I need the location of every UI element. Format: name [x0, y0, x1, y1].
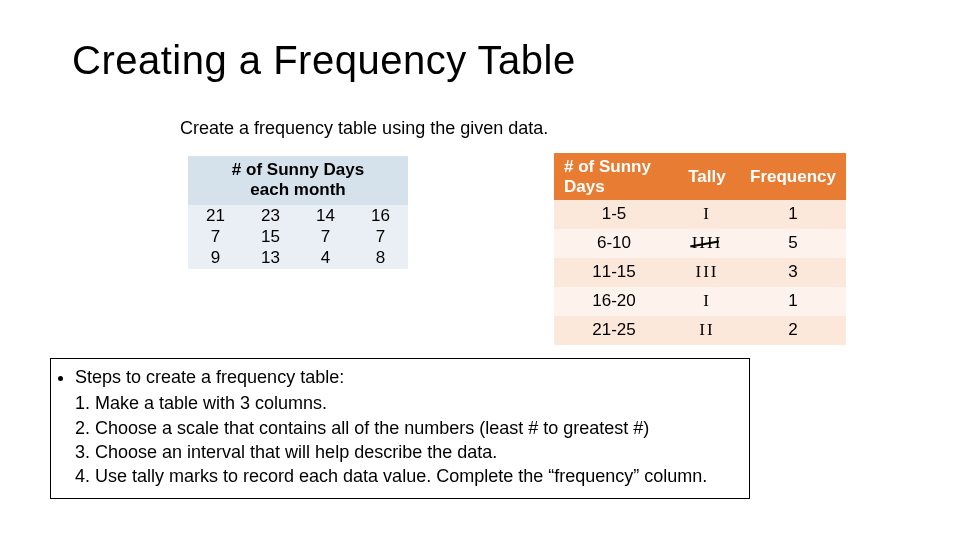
subtitle: Create a frequency table using the given…: [180, 118, 548, 139]
raw-data-cell: 13: [243, 247, 298, 268]
header-col1-line2: Days: [564, 177, 605, 196]
tally-cell: III: [674, 258, 740, 287]
tally-cell: IIII: [674, 229, 740, 258]
step-item: Choose a scale that contains all of the …: [95, 416, 739, 440]
raw-data-heading: # of Sunny Days each month: [188, 156, 408, 205]
frequency-cell: 1: [740, 200, 846, 229]
table-row: 1-5 I 1: [554, 200, 846, 229]
raw-data-cell: 7: [188, 226, 243, 247]
frequency-table-header-row: # of Sunny Days Tally Frequency: [554, 153, 846, 200]
raw-data-cell: 7: [298, 226, 353, 247]
table-row: 21-25 II 2: [554, 316, 846, 345]
tally-cell: II: [674, 316, 740, 345]
raw-data-heading-line2: each month: [250, 180, 345, 199]
step-item: Use tally marks to record each data valu…: [95, 464, 739, 488]
tally-cell: I: [674, 287, 740, 316]
raw-data-row: 21 23 14 16: [188, 205, 408, 226]
raw-data-cell: 16: [353, 205, 408, 226]
range-cell: 21-25: [554, 316, 674, 345]
raw-data-cell: 9: [188, 247, 243, 268]
range-cell: 6-10: [554, 229, 674, 258]
slide: Creating a Frequency Table Create a freq…: [0, 0, 960, 540]
raw-data-cell: 23: [243, 205, 298, 226]
raw-data-cell: 8: [353, 247, 408, 268]
frequency-table-header: Frequency: [740, 153, 846, 200]
tally-five-icon: IIII: [692, 232, 723, 255]
page-title: Creating a Frequency Table: [72, 38, 576, 83]
raw-data-body: 21 23 14 16 7 15 7 7 9 13 4 8: [188, 205, 408, 269]
table-row: 11-15 III 3: [554, 258, 846, 287]
step-item: Choose an interval that will help descri…: [95, 440, 739, 464]
frequency-cell: 2: [740, 316, 846, 345]
raw-data-cell: 4: [298, 247, 353, 268]
range-cell: 11-15: [554, 258, 674, 287]
raw-data-row: 7 15 7 7: [188, 226, 408, 247]
raw-data-cell: 14: [298, 205, 353, 226]
raw-data-cell: 15: [243, 226, 298, 247]
table-row: 16-20 I 1: [554, 287, 846, 316]
step-item: Make a table with 3 columns.: [95, 391, 739, 415]
frequency-cell: 5: [740, 229, 846, 258]
table-row: 6-10 IIII 5: [554, 229, 846, 258]
raw-data-row: 9 13 4 8: [188, 247, 408, 268]
steps-lead: Steps to create a frequency table:: [75, 365, 739, 389]
range-cell: 1-5: [554, 200, 674, 229]
steps-box: Steps to create a frequency table: Make …: [50, 358, 750, 499]
range-cell: 16-20: [554, 287, 674, 316]
tally-cell: I: [674, 200, 740, 229]
raw-data-cell: 7: [353, 226, 408, 247]
frequency-cell: 1: [740, 287, 846, 316]
raw-data-cell: 21: [188, 205, 243, 226]
raw-data-heading-line1: # of Sunny Days: [232, 160, 364, 179]
header-col1-line1: # of Sunny: [564, 157, 651, 176]
frequency-table: # of Sunny Days Tally Frequency 1-5 I 1 …: [554, 153, 846, 345]
frequency-table-header: Tally: [674, 153, 740, 200]
frequency-cell: 3: [740, 258, 846, 287]
raw-data-box: # of Sunny Days each month 21 23 14 16 7…: [188, 156, 408, 269]
frequency-table-header: # of Sunny Days: [554, 153, 674, 200]
